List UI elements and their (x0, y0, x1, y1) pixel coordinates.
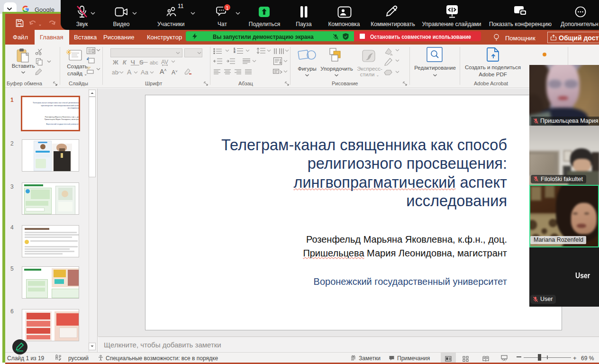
svg-text:2: 2 (234, 50, 236, 53)
